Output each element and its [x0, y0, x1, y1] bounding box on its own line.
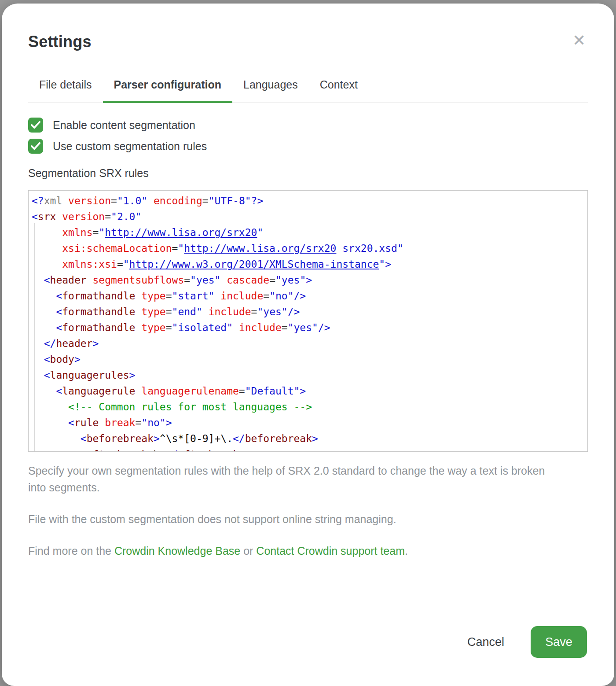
contact-support-link[interactable]: Contact Crowdin support team [256, 545, 405, 557]
tab-parser-configuration[interactable]: Parser configuration [103, 78, 233, 102]
help-paragraph-online-managing: File with the custom segmentation does n… [28, 511, 561, 527]
tab-file-details[interactable]: File details [28, 78, 103, 102]
knowledge-base-link[interactable]: Crowdin Knowledge Base [114, 545, 240, 557]
checkbox-group: Enable content segmentation Use custom s… [28, 118, 588, 154]
checkbox-label: Enable content segmentation [53, 119, 195, 132]
page-title: Settings [28, 33, 588, 51]
checkmark-icon [31, 142, 40, 150]
tab-context[interactable]: Context [309, 78, 369, 102]
checkbox-enable-content-segmentation[interactable]: Enable content segmentation [28, 118, 588, 133]
checkbox-label: Use custom segmentation rules [53, 140, 207, 153]
link-separator: or [240, 545, 256, 557]
find-more-prefix: Find more on the [28, 545, 114, 557]
tab-languages[interactable]: Languages [232, 78, 309, 102]
srx-code-editor[interactable]: <?xml version="1.0" encoding="UTF-8"?><s… [28, 190, 588, 452]
checkbox-checked-icon[interactable] [28, 118, 43, 133]
cancel-button[interactable]: Cancel [466, 631, 506, 653]
save-button[interactable]: Save [531, 626, 587, 658]
help-paragraph-srx: Specify your own segmentation rules with… [28, 462, 561, 496]
close-icon[interactable]: ✕ [569, 31, 589, 50]
checkbox-use-custom-segmentation-rules[interactable]: Use custom segmentation rules [28, 139, 588, 154]
code-editor-content: <?xml version="1.0" encoding="UTF-8"?><s… [32, 193, 583, 452]
srx-rules-label: Segmentation SRX rules [28, 167, 588, 180]
find-more-suffix: . [405, 545, 408, 557]
help-paragraph-find-more: Find more on the Crowdin Knowledge Base … [28, 542, 561, 559]
indent-guide [60, 223, 60, 269]
indent-guide [34, 223, 35, 451]
checkmark-icon [31, 121, 40, 129]
tab-bar: File details Parser configuration Langua… [28, 78, 588, 103]
dialog-actions: Cancel Save [466, 626, 587, 658]
help-text: Specify your own segmentation rules with… [28, 462, 588, 559]
settings-dialog: Settings ✕ File details Parser configura… [2, 4, 614, 686]
checkbox-checked-icon[interactable] [28, 139, 43, 154]
